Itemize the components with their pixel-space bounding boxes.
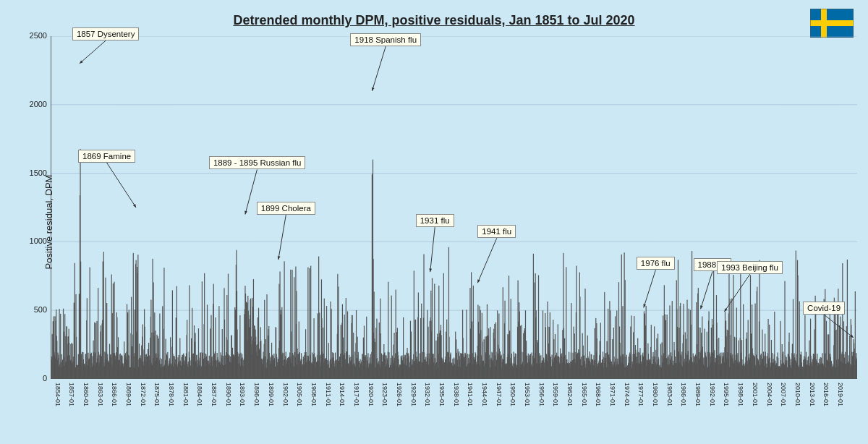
y-axis-tick-label: 500 — [34, 305, 47, 314]
x-axis-label: 1950-01 — [509, 383, 516, 406]
x-axis-label: 1884-01 — [196, 383, 203, 406]
x-axis-label: 1983-01 — [666, 383, 673, 406]
x-axis-label: 1932-01 — [424, 383, 431, 406]
x-axis-label: 1911-01 — [325, 383, 332, 406]
x-axis-label: 1872-01 — [140, 383, 147, 406]
x-axis-label: 1908-01 — [310, 383, 318, 406]
x-axis-label: 1944-01 — [481, 383, 488, 406]
x-axis-label: 1905-01 — [296, 383, 303, 406]
x-axis-label: 2013-01 — [809, 383, 816, 406]
x-axis-label: 1926-01 — [396, 383, 403, 406]
x-axis-label: 1962-01 — [566, 383, 574, 406]
x-axis-label: 1953-01 — [524, 383, 531, 406]
x-axis-label: 1869-01 — [125, 383, 132, 406]
x-axis-label: 1920-01 — [367, 383, 375, 406]
main-chart — [51, 36, 857, 379]
x-axis-label: 1881-01 — [182, 383, 190, 406]
y-axis-tick-label: 0 — [43, 374, 47, 383]
x-axis-label: 2007-01 — [780, 383, 787, 406]
x-axis-label: 1899-01 — [268, 383, 275, 406]
x-axis-label: 1995-01 — [723, 383, 730, 406]
x-axis-label: 1917-01 — [353, 383, 360, 406]
x-axis-label: 1968-01 — [595, 383, 602, 406]
x-axis-label: 1998-01 — [737, 383, 744, 406]
x-axis-label: 2001-01 — [752, 383, 759, 406]
x-axis-label: 2016-01 — [822, 383, 830, 406]
x-axis-label: 1938-01 — [453, 383, 460, 406]
x-axis-label: 1941-01 — [467, 383, 474, 406]
x-axis-label: 1929-01 — [410, 383, 417, 406]
x-axis-label: 1971-01 — [609, 383, 616, 406]
x-axis-label: 1959-01 — [552, 383, 559, 406]
x-axis-label: 1980-01 — [652, 383, 659, 406]
x-axis-label: 1896-01 — [253, 383, 260, 406]
x-axis-label: 1866-01 — [111, 383, 118, 406]
x-axis-label: 1902-01 — [282, 383, 289, 406]
x-axis-label: 1965-01 — [581, 383, 588, 406]
x-axis-label: 1986-01 — [680, 383, 687, 406]
x-axis-label: 1947-01 — [495, 383, 503, 406]
x-axis-label: 1893-01 — [239, 383, 246, 406]
x-axis-label: 1989-01 — [694, 383, 702, 406]
chart-container: Detrended monthly DPM, positive residual… — [0, 0, 868, 444]
x-axis-label: 1878-01 — [168, 383, 175, 406]
x-axis-label: 1860-01 — [82, 383, 90, 406]
x-axis-label: 1974-01 — [624, 383, 631, 406]
sweden-flag — [810, 9, 854, 38]
x-axis-label: 1956-01 — [538, 383, 545, 406]
y-axis-tick-label: 2000 — [30, 100, 47, 108]
y-axis-tick-label: 1000 — [30, 236, 47, 245]
svg-rect-2 — [810, 20, 854, 26]
x-axis-label: 2010-01 — [794, 383, 801, 406]
x-axis-label: 1857-01 — [68, 383, 75, 406]
x-axis-label: 1992-01 — [709, 383, 716, 406]
x-axis-label: 1914-01 — [339, 383, 346, 406]
x-axis-label: 2004-01 — [766, 383, 773, 406]
x-axis-label: 1977-01 — [637, 383, 644, 406]
x-axis-label: 1935-01 — [438, 383, 446, 406]
y-axis-tick-label: 2500 — [30, 31, 47, 40]
chart-title: Detrended monthly DPM, positive residual… — [7, 7, 861, 31]
x-axis-label: 2019-01 — [837, 383, 844, 406]
x-axis-label: 1887-01 — [210, 383, 218, 406]
x-axis-label: 1863-01 — [97, 383, 104, 406]
x-axis-label: 1854-01 — [54, 383, 61, 406]
x-axis-label: 1923-01 — [381, 383, 388, 406]
x-axis-label: 1875-01 — [153, 383, 161, 406]
y-axis-tick-label: 1500 — [30, 168, 47, 177]
x-axis-label: 1890-01 — [225, 383, 232, 406]
